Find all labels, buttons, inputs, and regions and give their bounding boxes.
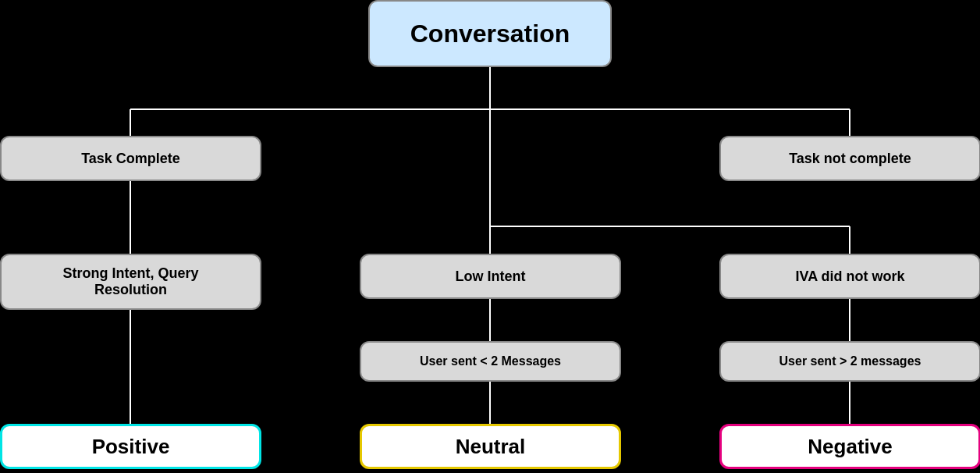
strong-intent-node: Strong Intent, Query Resolution: [0, 254, 261, 310]
positive-node: Positive: [0, 424, 261, 469]
user-gt2-node: User sent > 2 messages: [719, 341, 980, 382]
iva-node: IVA did not work: [719, 254, 980, 299]
iva-label: IVA did not work: [796, 269, 905, 285]
negative-node: Negative: [719, 424, 980, 469]
low-intent-label: Low Intent: [456, 269, 526, 285]
task-complete-label: Task Complete: [81, 151, 180, 167]
neutral-label: Neutral: [456, 435, 526, 459]
user-gt2-label: User sent > 2 messages: [779, 354, 921, 368]
task-complete-node: Task Complete: [0, 136, 261, 181]
root-label: Conversation: [410, 20, 570, 48]
low-intent-node: Low Intent: [360, 254, 621, 299]
root-node: Conversation: [368, 0, 612, 67]
negative-label: Negative: [808, 435, 892, 459]
positive-label: Positive: [92, 435, 170, 459]
user-lt2-label: User sent < 2 Messages: [420, 354, 561, 368]
user-lt2-node: User sent < 2 Messages: [360, 341, 621, 382]
task-not-complete-node: Task not complete: [719, 136, 980, 181]
diagram: Conversation Task Complete Strong Intent…: [0, 0, 980, 473]
strong-intent-label: Strong Intent, Query Resolution: [62, 265, 198, 298]
connector-lines: [0, 0, 980, 473]
task-not-complete-label: Task not complete: [789, 151, 911, 167]
neutral-node: Neutral: [360, 424, 621, 469]
